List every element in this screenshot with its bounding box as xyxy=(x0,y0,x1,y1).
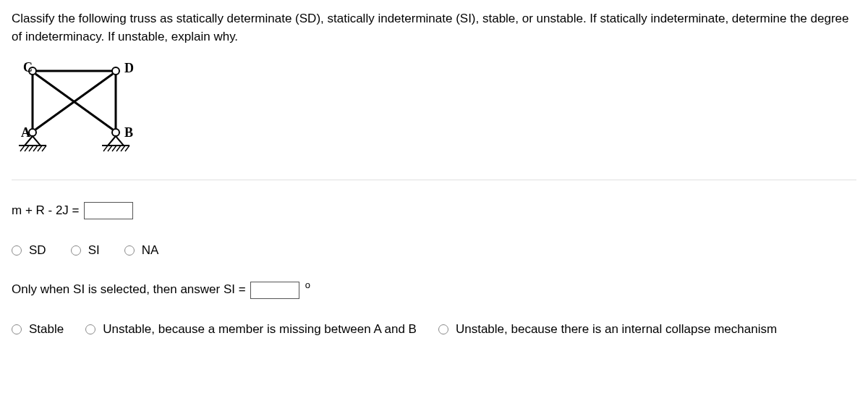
radio-unstable-member[interactable] xyxy=(85,324,95,334)
opt-unstable-collapse[interactable]: Unstable, because there is an internal c… xyxy=(438,321,777,339)
svg-line-11 xyxy=(25,146,29,151)
radio-sd[interactable] xyxy=(12,245,22,256)
radio-label: Stable xyxy=(29,321,64,339)
svg-line-19 xyxy=(112,146,116,151)
radio-label: NA xyxy=(142,242,159,260)
radio-si[interactable] xyxy=(71,245,81,256)
svg-line-10 xyxy=(20,146,25,151)
divider xyxy=(12,180,856,180)
determinacy-group: SD SI NA xyxy=(12,242,856,260)
svg-line-17 xyxy=(103,146,108,151)
truss-figure: C D A B xyxy=(14,60,856,164)
equation-row: m + R - 2J = xyxy=(12,202,856,220)
label-d: D xyxy=(124,61,134,75)
svg-line-13 xyxy=(33,146,38,151)
opt-sd[interactable]: SD xyxy=(12,242,46,260)
radio-label: Unstable, because there is an internal c… xyxy=(456,321,777,339)
equation-label: m + R - 2J = xyxy=(12,202,80,220)
label-a: A xyxy=(21,125,30,140)
opt-unstable-member[interactable]: Unstable, because a member is missing be… xyxy=(85,321,417,339)
radio-label: SD xyxy=(29,242,46,260)
svg-line-20 xyxy=(116,146,121,151)
radio-label: Unstable, because a member is missing be… xyxy=(103,321,417,339)
label-b: B xyxy=(124,125,133,140)
si-followup-label: Only when SI is selected, then answer SI… xyxy=(12,281,246,299)
si-followup-row: Only when SI is selected, then answer SI… xyxy=(12,281,856,299)
radio-unstable-collapse[interactable] xyxy=(438,324,448,334)
stability-group: Stable Unstable, because a member is mis… xyxy=(12,321,856,339)
radio-label: SI xyxy=(88,242,100,260)
svg-line-18 xyxy=(108,146,112,151)
opt-stable[interactable]: Stable xyxy=(12,321,64,339)
svg-line-21 xyxy=(121,146,125,151)
radio-stable[interactable] xyxy=(12,324,22,334)
degree-symbol: o xyxy=(305,279,310,292)
si-degree-input[interactable] xyxy=(250,282,299,299)
svg-line-14 xyxy=(38,146,42,151)
equation-input[interactable] xyxy=(84,202,133,219)
svg-point-1 xyxy=(112,67,119,75)
svg-line-22 xyxy=(125,146,129,151)
label-c: C xyxy=(23,60,33,75)
question-text: Classify the following truss as statical… xyxy=(12,10,856,46)
radio-na[interactable] xyxy=(124,245,135,256)
opt-na[interactable]: NA xyxy=(124,242,159,260)
svg-line-15 xyxy=(42,146,46,151)
svg-line-12 xyxy=(29,146,33,151)
opt-si[interactable]: SI xyxy=(71,242,100,260)
